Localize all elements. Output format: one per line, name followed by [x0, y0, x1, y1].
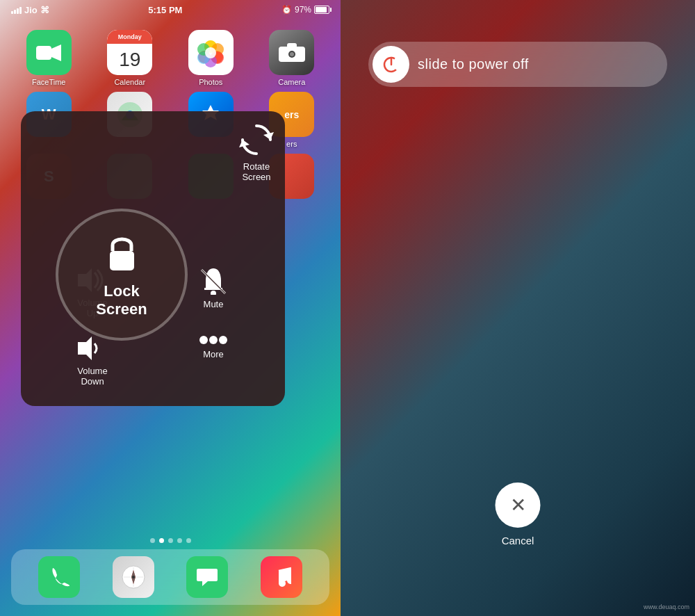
volume-down-icon: [78, 335, 107, 362]
dock-messages[interactable]: [186, 556, 228, 598]
calendar-month: Monday: [118, 33, 142, 40]
alarm-icon: ⏰: [281, 5, 292, 15]
dock-phone[interactable]: [38, 556, 80, 598]
cancel-container: ✕ Cancel: [496, 483, 541, 546]
status-time: 5:15 PM: [148, 5, 182, 15]
battery-icon: [314, 6, 329, 14]
wifi-icon: ⌘: [40, 5, 49, 15]
dot-1: [150, 538, 155, 543]
app-calendar[interactable]: Monday 19 Calendar: [92, 30, 168, 86]
camera-icon: [269, 30, 314, 75]
svg-rect-0: [36, 46, 51, 60]
battery-percent: 97%: [295, 5, 311, 15]
calendar-icon: Monday 19: [107, 30, 152, 75]
power-off-text: slide to power off: [418, 56, 529, 72]
rotate-screen-item[interactable]: RotateScreen: [239, 122, 274, 182]
rotate-screen-label: RotateScreen: [242, 161, 270, 182]
svg-rect-16: [287, 43, 297, 48]
lock-icon: [103, 232, 141, 277]
camera-label: Camera: [278, 78, 305, 86]
svg-point-38: [132, 576, 135, 578]
svg-point-11: [205, 47, 216, 58]
calendar-label: Calendar: [114, 78, 145, 86]
status-left: Jio ⌘: [11, 5, 49, 15]
power-button[interactable]: [373, 46, 409, 83]
app-ers-label: ers: [286, 140, 297, 148]
svg-marker-26: [78, 337, 92, 360]
svg-point-17: [298, 47, 301, 50]
svg-point-15: [290, 52, 294, 56]
rotate-icon: [239, 122, 274, 157]
status-bar: Jio ⌘ 5:15 PM ⏰ 97%: [0, 0, 341, 19]
dock-safari[interactable]: [113, 556, 154, 598]
more-icon: [199, 335, 228, 345]
left-panel: Jio ⌘ 5:15 PM ⏰ 97% FaceTime: [0, 0, 341, 616]
power-icon: [382, 56, 400, 74]
power-off-slider[interactable]: slide to power off: [368, 42, 667, 87]
page-dots: [0, 538, 341, 543]
cancel-button[interactable]: ✕: [496, 483, 541, 528]
assistive-touch-menu: LockScreen VolumeUp: [21, 111, 285, 406]
dot-4: [177, 538, 182, 543]
signal-bars: [11, 6, 22, 14]
more-label: More: [203, 349, 224, 359]
volume-down-label: VolumeDown: [77, 366, 107, 387]
mute-icon: [199, 267, 228, 295]
more-item[interactable]: More: [153, 327, 274, 395]
status-right: ⏰ 97%: [281, 5, 329, 15]
cancel-icon: ✕: [510, 494, 526, 517]
svg-point-23: [211, 291, 216, 295]
svg-point-29: [219, 336, 227, 344]
dot-5: [186, 538, 191, 543]
lock-screen-label: LockScreen: [96, 282, 147, 318]
photos-icon: [188, 30, 234, 75]
dot-3: [168, 538, 173, 543]
photos-label: Photos: [199, 78, 222, 86]
svg-rect-21: [118, 257, 126, 265]
battery-fill: [316, 7, 327, 13]
app-camera[interactable]: Camera: [254, 30, 330, 86]
facetime-icon: [26, 30, 72, 75]
watermark: www.deuaq.com: [644, 603, 689, 610]
dock: [11, 549, 329, 605]
cancel-label: Cancel: [502, 535, 534, 546]
app-photos[interactable]: Photos: [173, 30, 249, 86]
lock-screen-circle[interactable]: LockScreen: [56, 209, 188, 341]
facetime-label: FaceTime: [32, 78, 66, 86]
svg-point-28: [209, 336, 218, 344]
dock-music[interactable]: [261, 556, 302, 598]
calendar-header: Monday: [107, 30, 152, 44]
calendar-day: 19: [119, 49, 140, 71]
dot-2: [159, 538, 164, 543]
svg-marker-1: [51, 44, 61, 61]
svg-point-27: [199, 336, 208, 344]
carrier-label: Jio: [24, 5, 38, 15]
mute-label: Mute: [204, 299, 224, 309]
app-facetime[interactable]: FaceTime: [11, 30, 87, 86]
right-panel: slide to power off ✕ Cancel www.deuaq.co…: [341, 0, 695, 616]
